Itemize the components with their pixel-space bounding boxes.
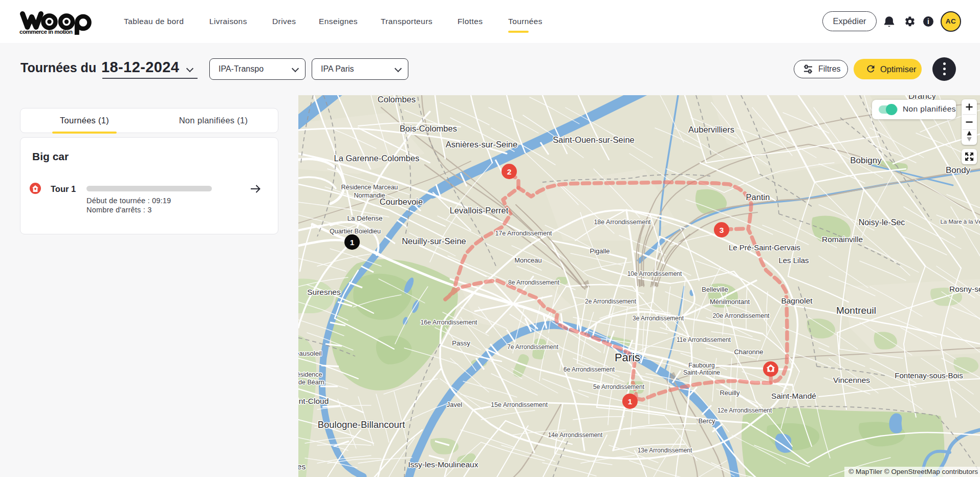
svg-text:Vincennes: Vincennes xyxy=(833,376,870,384)
svg-text:Levallois-Perret: Levallois-Perret xyxy=(450,206,509,215)
svg-text:Colombes: Colombes xyxy=(378,95,416,104)
svg-text:es: es xyxy=(298,462,306,471)
svg-text:Faubourg: Faubourg xyxy=(688,362,714,369)
svg-text:arc de Béarn: arc de Béarn xyxy=(298,379,324,386)
svg-text:La Mare à la Vé: La Mare à la Vé xyxy=(940,219,980,225)
svg-text:Saint-Ouen-sur-Seine: Saint-Ouen-sur-Seine xyxy=(553,135,635,144)
svg-text:7e Arrondissement: 7e Arrondissement xyxy=(507,343,559,351)
svg-text:Montreuil: Montreuil xyxy=(836,305,876,316)
svg-text:14e Arrondissement: 14e Arrondissement xyxy=(548,431,603,439)
svg-text:Ménilmontant: Ménilmontant xyxy=(710,298,750,306)
svg-text:Paris: Paris xyxy=(615,351,640,364)
svg-text:20e Arrondissement: 20e Arrondissement xyxy=(712,312,770,319)
svg-text:Saint-Antoine: Saint-Antoine xyxy=(683,369,720,376)
svg-text:6e Arrondissement: 6e Arrondissement xyxy=(563,366,615,373)
svg-text:Le Pré-Saint-Gervais: Le Pré-Saint-Gervais xyxy=(729,243,800,252)
svg-text:18e Arrondissement: 18e Arrondissement xyxy=(594,219,651,226)
svg-text:aint-Cloud: aint-Cloud xyxy=(298,397,329,405)
svg-text:1: 1 xyxy=(628,397,633,406)
svg-text:Charonne: Charonne xyxy=(734,348,763,356)
svg-text:Romainville: Romainville xyxy=(822,235,863,244)
svg-text:eausoleil: eausoleil xyxy=(298,350,322,357)
svg-text:Passy: Passy xyxy=(452,339,470,347)
svg-text:17e Arrondissement: 17e Arrondissement xyxy=(495,230,552,237)
svg-text:Neuilly-sur-Seine: Neuilly-sur-Seine xyxy=(402,236,466,246)
svg-text:Résidence Marceau: Résidence Marceau xyxy=(341,184,398,191)
svg-text:Pantin: Pantin xyxy=(746,192,770,202)
svg-text:Fontenay-sous-Bois: Fontenay-sous-Bois xyxy=(895,371,963,380)
svg-text:2e Arrondissement: 2e Arrondissement xyxy=(585,298,637,305)
svg-text:11e Arrondissement: 11e Arrondissement xyxy=(677,336,731,343)
svg-text:Les Lilas: Les Lilas xyxy=(778,256,809,265)
svg-text:5e Arrondissement: 5e Arrondissement xyxy=(593,383,645,391)
svg-text:Belleville: Belleville xyxy=(702,286,728,293)
svg-text:Suresnes: Suresnes xyxy=(307,288,341,296)
svg-text:1: 1 xyxy=(350,238,355,247)
svg-text:13e Arrondissement: 13e Arrondissement xyxy=(638,447,692,454)
svg-text:8e Arrondissement: 8e Arrondissement xyxy=(508,279,560,286)
svg-text:Résidence: Résidence xyxy=(298,371,322,378)
svg-text:Boulogne-Billancourt: Boulogne-Billancourt xyxy=(318,419,405,430)
svg-text:Quartier Boieldieu: Quartier Boieldieu xyxy=(330,228,381,235)
svg-text:Issy-les-Moulineaux: Issy-les-Moulineaux xyxy=(408,460,478,469)
svg-text:commerce in motion: commerce in motion xyxy=(19,29,73,35)
svg-text:Javel: Javel xyxy=(447,401,462,408)
svg-text:2: 2 xyxy=(507,167,512,176)
svg-text:Courbevoie: Courbevoie xyxy=(380,197,423,206)
svg-text:Aubervilliers: Aubervilliers xyxy=(688,125,734,134)
svg-text:Asnières-sur-Seine: Asnières-sur-Seine xyxy=(446,140,517,149)
svg-text:Bercy: Bercy xyxy=(698,417,715,425)
svg-text:16e Arrondissement: 16e Arrondissement xyxy=(420,319,477,326)
svg-text:Reuilly: Reuilly xyxy=(720,389,740,397)
svg-text:Bobigny: Bobigny xyxy=(850,156,882,165)
svg-text:Monceau: Monceau xyxy=(514,256,541,264)
svg-text:Rosny-sous: Rosny-sous xyxy=(949,285,980,293)
svg-text:3: 3 xyxy=(720,226,724,234)
svg-text:La Défense: La Défense xyxy=(347,214,382,222)
svg-text:12e Arrondissement: 12e Arrondissement xyxy=(717,407,772,414)
svg-text:Noisy-le-Sec: Noisy-le-Sec xyxy=(859,218,905,227)
svg-text:La Garenne-Colombes: La Garenne-Colombes xyxy=(334,154,420,163)
svg-text:Pigalle: Pigalle xyxy=(590,247,609,255)
svg-text:Saint-Mandé: Saint-Mandé xyxy=(771,392,816,400)
svg-text:10e Arrondissement: 10e Arrondissement xyxy=(627,270,682,277)
svg-text:Bois-Colombes: Bois-Colombes xyxy=(400,124,457,133)
svg-text:Bondy: Bondy xyxy=(946,165,971,175)
svg-text:3e Arrondissement: 3e Arrondissement xyxy=(633,315,684,322)
svg-text:Bagnolet: Bagnolet xyxy=(781,296,813,305)
svg-text:15e Arrondissement: 15e Arrondissement xyxy=(491,401,548,408)
